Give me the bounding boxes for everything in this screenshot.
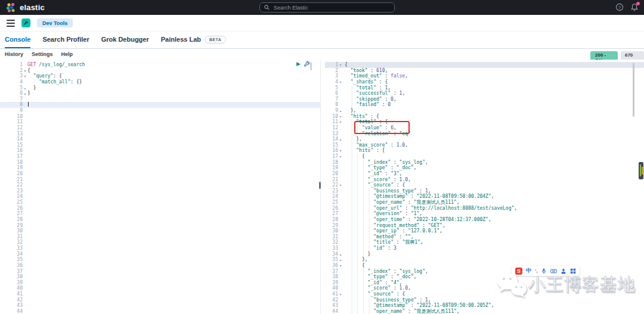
code-line[interactable]: 27 │ │ │ │ "@version" : "1", [325,211,644,217]
response-scrollbar-thumb[interactable] [633,63,634,117]
code-text[interactable]: │ │ │ │ "oper_time" : "2022-10-28T04:12:… [343,217,644,223]
code-text[interactable]: { [27,68,320,74]
tab-grok-debugger[interactable]: Grok Debugger [101,32,149,48]
devtools-app-icon[interactable] [21,18,30,27]
code-line[interactable]: 22▾ │ │ │ "_source" : { [325,182,644,188]
code-text[interactable]: │ │ │ │ "@version" : "1", [343,211,644,217]
code-line[interactable]: 4 │ "match_all": {} [0,79,320,85]
code-line[interactable]: 24 │ │ │ │ "@timestamp" : "2022-11-08T09… [325,194,644,200]
code-line[interactable]: 17 [0,154,320,160]
help-icon[interactable]: ? [615,3,624,11]
code-line[interactable]: 29 [0,223,320,229]
code-text[interactable]: │ │ │ │ "oper_url" : "http://localhost:8… [343,206,644,212]
code-line[interactable]: 36▾ │ │ { [325,263,644,269]
notification-bell-icon[interactable] [630,3,639,11]
request-editor[interactable]: 1GET /sys_log/_search2▾{3▾ "query": {4 │… [0,60,321,314]
code-text[interactable]: │ │ │ │ "business_type" : 1, [343,188,644,194]
code-text[interactable]: │ "total" : 1, [343,85,644,91]
code-line[interactable]: 10▾ "hits" : { [325,114,644,120]
code-line[interactable]: 18 [0,160,320,166]
fold-toggle[interactable]: ▴ [338,257,343,263]
code-line[interactable]: 9▴ }, [325,108,644,114]
code-line[interactable]: 25 │ │ │ │ "oper_name" : "我是测试人员111", [325,200,644,206]
code-line[interactable]: 42 │ │ │ │ "business_type" : 1, [325,297,644,303]
code-text[interactable]: │ "hits" : [ [343,148,644,154]
code-line[interactable]: 13 │ │ "relation" : "eq" [325,131,644,137]
code-line[interactable]: 35▴ │ │ }, [325,257,644,263]
code-text[interactable]: "query": { [27,73,320,79]
fold-toggle[interactable]: ▾ [23,68,27,74]
code-line[interactable]: 22 [0,182,320,188]
menu-hamburger-icon[interactable] [7,20,15,27]
code-line[interactable]: 15 [0,142,320,148]
code-text[interactable]: │ │ │ "_id" : "3", [343,171,644,177]
code-line[interactable]: 32 [0,240,320,245]
code-line[interactable]: 5 │ "total" : 1, [325,85,644,91]
code-text[interactable]: } [27,91,320,97]
fold-toggle[interactable]: ▾ [338,182,343,188]
send-request-button[interactable]: ▶ [296,61,301,67]
code-text[interactable]: }, [343,108,644,114]
code-text[interactable]: │ │ }, [343,257,644,263]
code-line[interactable]: 8 │ "failed" : 0 [325,102,644,108]
code-text[interactable]: │ │ │ "_type" : "_doc", [343,165,644,171]
code-line[interactable]: 27 [0,211,320,217]
code-text[interactable]: │ │ │ │ "method" : "", [343,234,644,240]
fold-toggle[interactable]: ▾ [338,291,343,297]
code-text[interactable]: │ "total" : { [343,119,644,125]
code-line[interactable]: 36 [0,263,320,269]
menu-history[interactable]: History [5,51,23,57]
code-line[interactable]: 42 [0,297,320,303]
code-line[interactable]: 31 [0,234,320,240]
code-text[interactable]: } [27,85,320,91]
code-text[interactable]: │ │ │ │ "request_method" : "GET", [343,223,644,229]
code-line[interactable]: 29 │ │ │ │ "request_method" : "GET", [325,223,644,229]
code-line[interactable]: 16▾ │ "hits" : [ [325,148,644,154]
code-line[interactable]: 20 │ │ │ "_id" : "3", [325,171,644,177]
code-line[interactable]: 1GET /sys_log/_search [0,62,320,68]
code-text[interactable]: { [343,62,644,68]
fold-toggle[interactable]: ▾ [23,73,27,79]
code-line[interactable]: 40 [0,285,320,291]
code-text[interactable]: │ │ "relation" : "eq" [343,131,644,137]
code-line[interactable]: 24 [0,194,320,200]
code-line[interactable]: 21 │ │ │ "_score" : 1.0, [325,177,644,183]
menu-settings[interactable]: Settings [32,51,53,57]
fold-toggle[interactable]: ▾ [338,148,343,154]
code-text[interactable]: │ │ │ } [343,251,644,257]
code-text[interactable]: "took" : 610, [343,68,644,74]
code-line[interactable]: 12 │ │ "value" : 6, [325,125,644,131]
code-line[interactable]: 17▾ │ │ { [325,154,644,160]
code-line[interactable]: 30 │ │ │ │ "oper_ip" : "127.0.0.1", [325,228,644,234]
code-line[interactable]: 33 [0,245,320,251]
code-line[interactable]: 35 [0,257,320,263]
code-line[interactable]: 7 │ "skipped" : 0, [325,97,644,102]
code-text[interactable]: │ │ │ "_index" : "sys_log", [343,160,644,166]
code-line[interactable]: 39 [0,280,320,286]
code-text[interactable] [27,102,320,108]
code-line[interactable]: 38 [0,274,320,280]
code-text[interactable]: │ "max_score" : 1.0, [343,142,644,148]
code-line[interactable]: 34 [0,251,320,257]
code-text[interactable]: │ │ │ │ "oper_name" : "我是测试人员111", [343,309,644,314]
code-text[interactable]: │ │ │ │ "oper_name" : "我是测试人员111", [343,200,644,206]
code-line[interactable]: 12 [0,125,320,131]
code-line[interactable]: 5▴ } [0,85,320,91]
tab-console[interactable]: Console [5,32,30,48]
code-text[interactable]: │ │ │ │ "@timestamp" : "2022-11-08T09:50… [343,194,644,200]
code-text[interactable]: │ "skipped" : 0, [343,97,644,102]
code-line[interactable]: 37 [0,269,320,275]
code-line[interactable]: 19 │ │ │ "_type" : "_doc", [325,165,644,171]
code-line[interactable]: 14 [0,136,320,142]
fold-toggle[interactable]: ▾ [338,79,343,85]
code-line[interactable]: 15 │ "max_score" : 1.0, [325,142,644,148]
tab-painless-lab[interactable]: Painless Lab BETA [161,32,226,48]
code-line[interactable]: 25 [0,200,320,206]
code-text[interactable]: │ │ │ │ "id" : 3 [343,245,644,251]
code-line[interactable]: 31 │ │ │ │ "method" : "", [325,234,644,240]
code-line[interactable]: 13 [0,131,320,137]
code-text[interactable]: │ │ │ │ "title" : "我啊1", [343,240,644,245]
code-line[interactable]: 28 [0,217,320,223]
code-text[interactable]: │ │ { [343,263,644,269]
code-text[interactable]: "_shards" : { [343,79,644,85]
